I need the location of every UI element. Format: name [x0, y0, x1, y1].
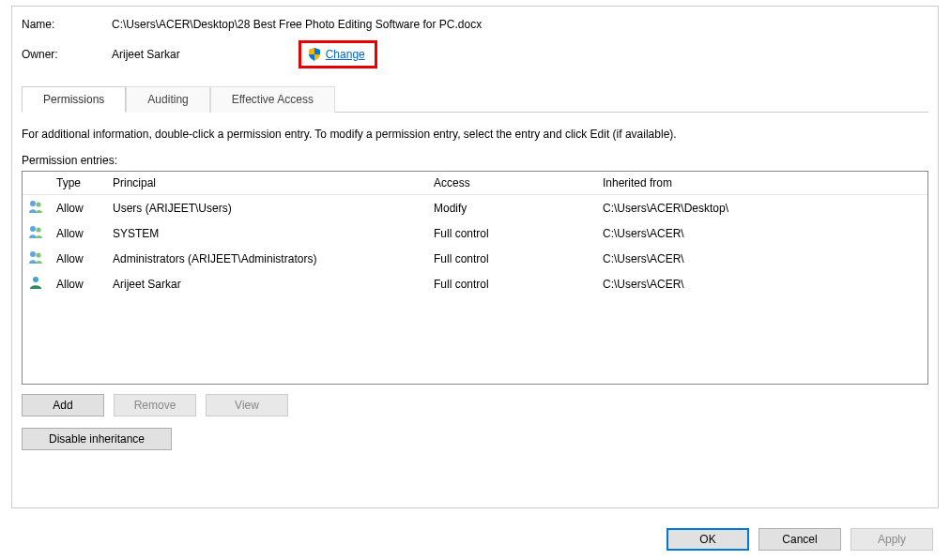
- svg-point-5: [36, 252, 40, 257]
- owner-label: Owner:: [22, 48, 112, 61]
- cell-principal: Arijeet Sarkar: [111, 278, 432, 291]
- apply-button[interactable]: Apply: [850, 528, 933, 551]
- cell-principal: SYSTEM: [111, 227, 432, 240]
- svg-point-2: [30, 226, 36, 232]
- owner-value: Arijeet Sarkar: [112, 48, 180, 61]
- tab-strip: Permissions Auditing Effective Access: [22, 85, 928, 113]
- table-row[interactable]: AllowArijeet SarkarFull controlC:\Users\…: [23, 271, 927, 296]
- table-row[interactable]: AllowAdministrators (ARIJEET\Administrat…: [23, 246, 927, 271]
- group-icon: [26, 250, 54, 267]
- owner-row: Owner: Arijeet Sarkar Change: [22, 40, 928, 68]
- user-icon: [26, 275, 54, 293]
- table-row[interactable]: AllowUsers (ARIJEET\Users)ModifyC:\Users…: [23, 195, 927, 220]
- cell-type: Allow: [54, 252, 111, 265]
- cell-inherited: C:\Users\ACER\: [601, 278, 924, 291]
- cell-inherited: C:\Users\ACER\: [601, 227, 924, 240]
- cell-type: Allow: [54, 227, 111, 240]
- name-value: C:\Users\ACER\Desktop\28 Best Free Photo…: [112, 18, 482, 31]
- tab-auditing[interactable]: Auditing: [126, 86, 209, 113]
- cell-access: Modify: [432, 202, 601, 215]
- change-owner-link[interactable]: Change: [326, 48, 365, 61]
- cell-inherited: C:\Users\ACER\: [601, 252, 924, 265]
- svg-point-0: [30, 201, 36, 206]
- col-access[interactable]: Access: [432, 176, 601, 189]
- cell-principal: Administrators (ARIJEET\Administrators): [111, 252, 432, 265]
- svg-point-4: [30, 251, 36, 257]
- cell-type: Allow: [54, 202, 111, 215]
- cell-principal: Users (ARIJEET\Users): [111, 202, 432, 215]
- dialog-footer: OK Cancel Apply: [667, 528, 933, 551]
- cell-inherited: C:\Users\ACER\Desktop\: [601, 202, 924, 215]
- entries-label: Permission entries:: [22, 154, 928, 167]
- col-type[interactable]: Type: [54, 176, 111, 189]
- name-row: Name: C:\Users\ACER\Desktop\28 Best Free…: [22, 18, 928, 31]
- disable-inheritance-button[interactable]: Disable inheritance: [22, 428, 172, 450]
- shield-icon: [307, 47, 322, 62]
- svg-point-1: [36, 202, 40, 206]
- remove-button[interactable]: Remove: [114, 394, 196, 416]
- col-inherited[interactable]: Inherited from: [601, 176, 924, 189]
- tab-permissions[interactable]: Permissions: [22, 86, 126, 113]
- ok-button[interactable]: OK: [667, 528, 749, 551]
- permission-entries-list: Type Principal Access Inherited from All…: [22, 171, 928, 385]
- instructions-text: For additional information, double-click…: [22, 128, 928, 141]
- cell-access: Full control: [432, 252, 601, 265]
- entry-buttons: Add Remove View: [22, 394, 928, 416]
- add-button[interactable]: Add: [22, 394, 104, 416]
- cell-access: Full control: [432, 278, 601, 291]
- cancel-button[interactable]: Cancel: [758, 528, 841, 551]
- table-row[interactable]: AllowSYSTEMFull controlC:\Users\ACER\: [23, 220, 927, 246]
- name-label: Name:: [22, 18, 112, 31]
- change-owner-highlight: Change: [299, 40, 377, 68]
- cell-type: Allow: [54, 278, 111, 291]
- group-icon: [26, 199, 54, 217]
- entries-header: Type Principal Access Inherited from: [23, 172, 927, 195]
- security-panel: Name: C:\Users\ACER\Desktop\28 Best Free…: [11, 6, 939, 508]
- svg-point-6: [33, 277, 38, 282]
- col-principal[interactable]: Principal: [111, 176, 432, 189]
- svg-point-3: [36, 227, 40, 232]
- group-icon: [26, 224, 54, 242]
- view-button[interactable]: View: [206, 394, 288, 416]
- tab-effective-access[interactable]: Effective Access: [210, 86, 335, 113]
- cell-access: Full control: [432, 227, 601, 240]
